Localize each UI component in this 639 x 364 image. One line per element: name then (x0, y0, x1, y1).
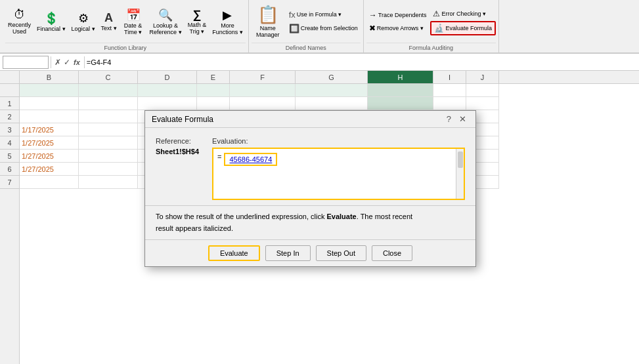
function-library-label: Function Library (5, 43, 246, 52)
cell-b5[interactable]: 1/27/2025 (20, 150, 79, 163)
row-numbers: 1 2 3 4 5 6 7 (0, 84, 20, 364)
col-header-e[interactable]: E (197, 71, 230, 83)
step-out-btn[interactable]: Step Out (316, 245, 366, 261)
reference-label: Reference: (156, 137, 199, 145)
dialog-titlebar: Evaluate Formula ? ✕ (145, 111, 475, 128)
create-from-selection-btn[interactable]: 🔲 Create from Selection (286, 22, 361, 35)
evaluate-formula-dialog: Evaluate Formula ? ✕ Reference: Sheet1!$… (144, 110, 476, 267)
enter-btn[interactable]: ✓ (62, 58, 72, 67)
evaluation-box: = 45686-45674 (212, 148, 465, 200)
cell-b4[interactable]: 1/27/2025 (20, 136, 79, 150)
col-header-b[interactable]: B (20, 71, 79, 83)
insert-function-btn[interactable]: fx (72, 58, 82, 66)
col-header-h[interactable]: H (368, 71, 433, 83)
evaluation-label: Evaluation: (212, 137, 465, 145)
formula-input[interactable] (87, 56, 636, 69)
text-btn[interactable]: A Text ▾ (99, 9, 120, 33)
financial-btn[interactable]: 💲 Financial ▾ (34, 9, 68, 34)
step-in-btn[interactable]: Step In (265, 245, 311, 261)
dialog-close-btn[interactable]: ✕ (456, 114, 469, 124)
recently-used-btn[interactable]: ⏱ Recently Used (5, 6, 33, 37)
ribbon-group-defined-names: 📋 Name Manager fx Use in Formula ▾ 🔲 Cre… (249, 0, 364, 52)
formula-auditing-label: Formula Auditing (366, 43, 496, 52)
name-box[interactable] (3, 56, 49, 69)
name-manager-btn[interactable]: 📋 Name Manager (252, 2, 284, 41)
lookup-reference-btn[interactable]: 🔍 Lookup & Reference ▾ (147, 6, 185, 37)
dialog-help-btn[interactable]: ? (444, 114, 454, 124)
ribbon-group-function-library: ⏱ Recently Used 💲 Financial ▾ ⚙ Logical … (3, 0, 249, 52)
col-header-j[interactable]: J (466, 71, 499, 83)
spreadsheet-area: B C D E F G H I J 1 2 3 4 5 6 7 (0, 71, 639, 364)
col-header-g[interactable]: G (296, 71, 368, 83)
cancel-btn[interactable]: ✗ (53, 58, 62, 67)
math-trig-btn[interactable]: ∑ Math & Trig ▾ (185, 6, 209, 37)
dialog-title: Evaluate Formula (152, 115, 213, 124)
more-functions-btn[interactable]: ▶ More Functions ▾ (209, 6, 246, 37)
cell-b6[interactable]: 1/27/2025 (20, 163, 79, 176)
logical-btn[interactable]: ⚙ Logical ▾ (69, 9, 98, 34)
cell-b3[interactable]: 1/17/2025 (20, 123, 79, 136)
close-btn[interactable]: Close (372, 245, 412, 261)
dialog-info: To show the result of the underlined exp… (145, 205, 475, 239)
trace-dependents-btn[interactable]: → Trace Dependents (366, 9, 430, 21)
defined-names-label: Defined Names (252, 43, 361, 52)
dialog-footer: Evaluate Step In Step Out Close (145, 239, 475, 266)
remove-arrows-btn[interactable]: ✖ Remove Arrows ▾ (366, 22, 430, 34)
dialog-body: Reference: Sheet1!$H$4 Evaluation: = 456… (145, 128, 475, 205)
col-header-d[interactable]: D (138, 71, 197, 83)
col-headers-row: B C D E F G H I J (0, 71, 639, 84)
ribbon-group-formula-auditing: → Trace Dependents ✖ Remove Arrows ▾ ⚠ E… (364, 0, 499, 52)
evaluation-expression: 45686-45674 (224, 153, 277, 166)
date-time-btn[interactable]: 📅 Date & Time ▾ (120, 6, 146, 37)
col-header-f[interactable]: F (230, 71, 296, 83)
use-in-formula-btn[interactable]: fx Use in Formula ▾ (286, 9, 361, 21)
reference-value: Sheet1!$H$4 (156, 148, 199, 155)
formula-bar: ✗ ✓ fx (0, 54, 639, 71)
evaluate-btn[interactable]: Evaluate (208, 245, 260, 261)
col-header-c[interactable]: C (79, 71, 138, 83)
evaluate-formula-btn[interactable]: 🔬 Evaluate Formula (430, 21, 496, 35)
ribbon: ⏱ Recently Used 💲 Financial ▾ ⚙ Logical … (0, 0, 639, 54)
col-header-i[interactable]: I (433, 71, 466, 83)
error-checking-btn[interactable]: ⚠ Error Checking ▾ (430, 8, 496, 20)
